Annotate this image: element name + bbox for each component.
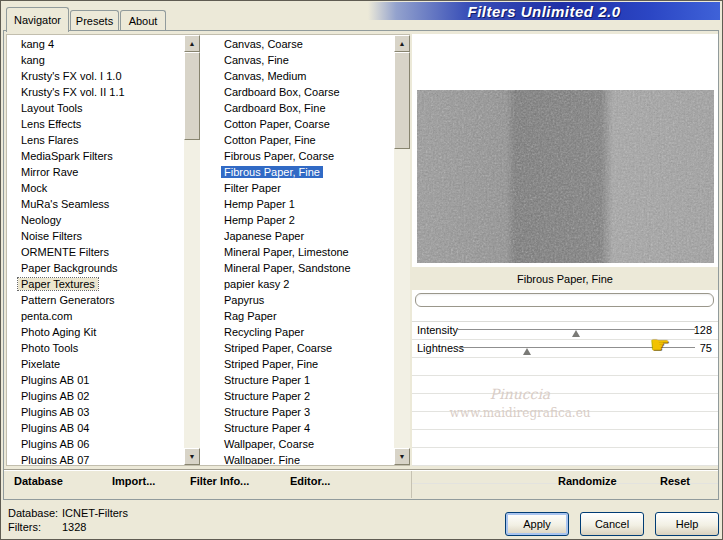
- filter-item-row[interactable]: Mineral Paper, Sandstone: [210, 260, 392, 276]
- filter-item-row[interactable]: Striped Paper, Fine: [210, 356, 392, 372]
- filter-item-row[interactable]: Papyrus: [210, 292, 392, 308]
- filter-item-row[interactable]: Fibrous Paper, Coarse: [210, 148, 392, 164]
- filter-item-selected[interactable]: Fibrous Paper, Fine: [221, 166, 323, 178]
- filter-item[interactable]: Structure Paper 1: [221, 374, 313, 386]
- navigator-item-row[interactable]: Plugins AB 04: [7, 420, 183, 436]
- navigator-item-row[interactable]: Pixelate: [7, 356, 183, 372]
- navigator-item-row[interactable]: Mirror Rave: [7, 164, 183, 180]
- filter-item[interactable]: papier kasy 2: [221, 278, 292, 290]
- navigator-item-row[interactable]: Pattern Generators: [7, 292, 183, 308]
- filter-item-row[interactable]: Cotton Paper, Coarse: [210, 116, 392, 132]
- navigator-item[interactable]: Plugins AB 02: [18, 390, 93, 402]
- navigator-item-row[interactable]: kang: [7, 52, 183, 68]
- cancel-button[interactable]: Cancel: [580, 512, 644, 536]
- filter-item-row[interactable]: Cotton Paper, Fine: [210, 132, 392, 148]
- filter-item-row[interactable]: Structure Paper 4: [210, 420, 392, 436]
- scroll-up-button[interactable]: ▲: [394, 35, 410, 52]
- navigator-item-row[interactable]: Lens Effects: [7, 116, 183, 132]
- filter-item[interactable]: Canvas, Coarse: [221, 38, 306, 50]
- filter-item[interactable]: Papyrus: [221, 294, 267, 306]
- filter-item[interactable]: Rag Paper: [221, 310, 280, 322]
- help-button[interactable]: Help: [655, 512, 719, 536]
- filter-item-row[interactable]: Wallpaper, Fine: [210, 452, 392, 464]
- navigator-item-row[interactable]: Plugins AB 06: [7, 436, 183, 452]
- filter-item-row[interactable]: papier kasy 2: [210, 276, 392, 292]
- filter-item[interactable]: Striped Paper, Coarse: [221, 342, 335, 354]
- tab-presets[interactable]: Presets: [70, 10, 119, 31]
- navigator-item[interactable]: Plugins AB 04: [18, 422, 93, 434]
- filter-item-row[interactable]: Japanese Paper: [210, 228, 392, 244]
- filter-item[interactable]: Recycling Paper: [221, 326, 307, 338]
- filter-item-row[interactable]: Recycling Paper: [210, 324, 392, 340]
- slider-thumb[interactable]: [523, 348, 531, 355]
- filter-item[interactable]: Structure Paper 3: [221, 406, 313, 418]
- apply-button[interactable]: Apply: [505, 512, 569, 536]
- filter-item[interactable]: Wallpaper, Fine: [221, 454, 303, 464]
- filter-item[interactable]: Canvas, Medium: [221, 70, 310, 82]
- navigator-item-row[interactable]: Krusty's FX vol. I 1.0: [7, 68, 183, 84]
- scrollbar-thumb[interactable]: [394, 52, 410, 149]
- filter-item[interactable]: Structure Paper 2: [221, 390, 313, 402]
- navigator-item[interactable]: kang: [18, 54, 48, 66]
- scroll-up-button[interactable]: ▲: [184, 35, 200, 52]
- filter-item[interactable]: Striped Paper, Fine: [221, 358, 321, 370]
- filter-item-row[interactable]: Hemp Paper 1: [210, 196, 392, 212]
- filter-scrollbar[interactable]: ▲ ▼: [394, 35, 410, 465]
- navigator-item-row[interactable]: Plugins AB 03: [7, 404, 183, 420]
- filter-item-row[interactable]: Canvas, Coarse: [210, 36, 392, 52]
- navigator-item[interactable]: Neology: [18, 214, 64, 226]
- navigator-item[interactable]: Paper Backgrounds: [18, 262, 121, 274]
- filter-item[interactable]: Hemp Paper 1: [221, 198, 298, 210]
- navigator-item[interactable]: Mock: [18, 182, 50, 194]
- navigator-item[interactable]: Photo Tools: [18, 342, 81, 354]
- navigator-item-row[interactable]: MediaSpark Filters: [7, 148, 183, 164]
- filter-item[interactable]: Japanese Paper: [221, 230, 307, 242]
- scroll-down-button[interactable]: ▼: [184, 448, 200, 465]
- navigator-item-row[interactable]: ORMENTE Filters: [7, 244, 183, 260]
- navigator-item[interactable]: Photo Aging Kit: [18, 326, 99, 338]
- navigator-item-row[interactable]: MuRa's Seamless: [7, 196, 183, 212]
- navigator-item-row[interactable]: Layout Tools: [7, 100, 183, 116]
- import-button[interactable]: Import...: [112, 475, 155, 487]
- navigator-item-row[interactable]: Photo Tools: [7, 340, 183, 356]
- filter-item[interactable]: Cardboard Box, Fine: [221, 102, 329, 114]
- filter-info-button[interactable]: Filter Info...: [190, 475, 249, 487]
- filter-item[interactable]: Canvas, Fine: [221, 54, 292, 66]
- filter-item[interactable]: Mineral Paper, Limestone: [221, 246, 352, 258]
- filter-item-row[interactable]: Canvas, Fine: [210, 52, 392, 68]
- filter-item-row[interactable]: Striped Paper, Coarse: [210, 340, 392, 356]
- navigator-item-selected[interactable]: Paper Textures: [18, 278, 98, 290]
- navigator-item[interactable]: Lens Flares: [18, 134, 81, 146]
- filter-item-row[interactable]: Structure Paper 1: [210, 372, 392, 388]
- navigator-scrollbar[interactable]: ▲ ▼: [184, 35, 200, 465]
- navigator-item[interactable]: Plugins AB 07: [18, 454, 93, 464]
- filter-item[interactable]: Cotton Paper, Fine: [221, 134, 319, 146]
- filter-item-row[interactable]: Mineral Paper, Limestone: [210, 244, 392, 260]
- filter-item-row[interactable]: Filter Paper: [210, 180, 392, 196]
- filter-item-row[interactable]: Structure Paper 2: [210, 388, 392, 404]
- filter-item-row[interactable]: Fibrous Paper, Fine: [210, 164, 392, 180]
- navigator-item-row[interactable]: Lens Flares: [7, 132, 183, 148]
- filter-item[interactable]: Filter Paper: [221, 182, 284, 194]
- filter-item[interactable]: Fibrous Paper, Coarse: [221, 150, 337, 162]
- navigator-item-row[interactable]: Mock: [7, 180, 183, 196]
- editor-button[interactable]: Editor...: [290, 475, 330, 487]
- filter-item-row[interactable]: Canvas, Medium: [210, 68, 392, 84]
- navigator-item-row[interactable]: Neology: [7, 212, 183, 228]
- scroll-down-button[interactable]: ▼: [394, 448, 410, 465]
- navigator-item[interactable]: MediaSpark Filters: [18, 150, 116, 162]
- preview-texture[interactable]: [417, 90, 714, 263]
- tab-navigator[interactable]: Navigator: [6, 7, 69, 32]
- navigator-item-row[interactable]: kang 4: [7, 36, 183, 52]
- filter-item-row[interactable]: Cardboard Box, Fine: [210, 100, 392, 116]
- reset-button[interactable]: Reset: [660, 475, 690, 487]
- navigator-item[interactable]: Plugins AB 06: [18, 438, 93, 450]
- navigator-item-row[interactable]: Paper Backgrounds: [7, 260, 183, 276]
- filter-item[interactable]: Mineral Paper, Sandstone: [221, 262, 354, 274]
- navigator-item[interactable]: Lens Effects: [18, 118, 84, 130]
- navigator-item[interactable]: Layout Tools: [18, 102, 86, 114]
- filter-item[interactable]: Structure Paper 4: [221, 422, 313, 434]
- navigator-item[interactable]: ORMENTE Filters: [18, 246, 112, 258]
- navigator-item-row[interactable]: Plugins AB 07: [7, 452, 183, 464]
- scrollbar-thumb[interactable]: [184, 52, 200, 140]
